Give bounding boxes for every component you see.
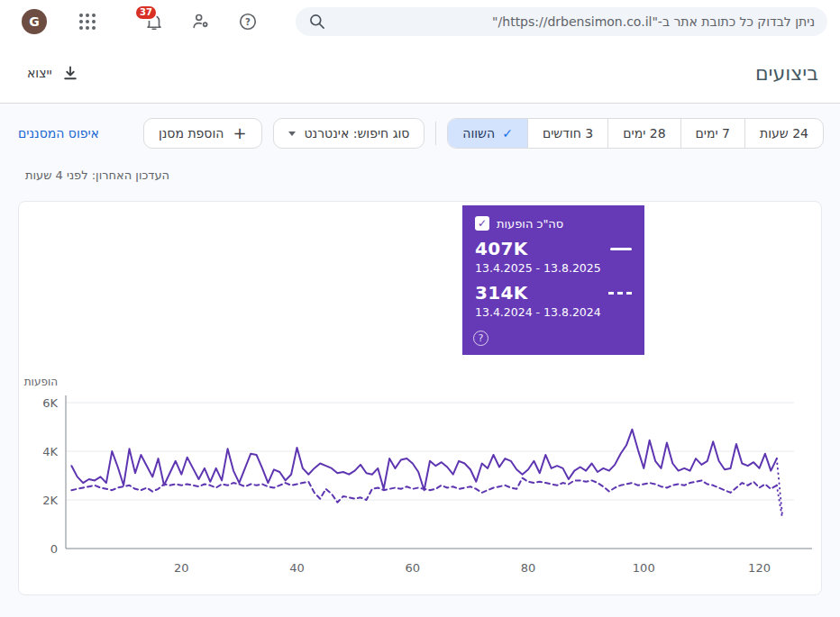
tab-24-hours[interactable]: 24 שעות (744, 119, 823, 148)
previous-total: 314K (475, 282, 527, 304)
add-filter-label: הוספת מסנן (159, 126, 224, 141)
content-area: 24 שעות 7 ימים 28 ימים 3 חודשים ✓ השווה … (0, 104, 840, 617)
tab-3-months[interactable]: 3 חודשים (527, 119, 607, 148)
check-icon: ✓ (502, 126, 513, 141)
chevron-down-icon (288, 132, 296, 136)
tab-compare[interactable]: ✓ השווה (448, 119, 527, 148)
search-placeholder: ניתן לבדוק כל כתובת אתר ב-"https://drben… (492, 14, 815, 29)
tab-compare-label: השווה (462, 126, 495, 141)
search-icon (308, 13, 326, 31)
current-period: 13.4.2025 - 13.8.2025 (475, 261, 632, 275)
filter-toolbar: 24 שעות 7 ימים 28 ימים 3 חודשים ✓ השווה … (0, 104, 840, 149)
impressions-line-chart[interactable]: 02K4K6Kהופעות20406080100120 (19, 371, 821, 591)
search-type-label: סוג חיפוש: אינטרנט (305, 126, 410, 141)
user-settings-icon[interactable] (189, 10, 213, 33)
chart-legend: ✓ סה"כ הופעות 407K 13.4.2025 - 13.8.2025… (462, 205, 644, 355)
legend-entry-current: 407K 13.4.2025 - 13.8.2025 (475, 238, 632, 275)
impressions-chart-card: ✓ סה"כ הופעות 407K 13.4.2025 - 13.8.2025… (18, 201, 822, 595)
last-update-row: העדכון האחרון: לפני 4 שעות (0, 149, 840, 168)
reset-filters-link[interactable]: איפוס המסננים (18, 126, 99, 141)
svg-text:?: ? (245, 17, 251, 27)
tab-28-days[interactable]: 28 ימים (607, 119, 680, 148)
add-filter-button[interactable]: + הוספת מסנן (143, 118, 262, 149)
current-total: 407K (475, 238, 527, 259)
svg-text:120: 120 (748, 561, 771, 575)
export-button[interactable]: ייצוא (27, 64, 79, 82)
page-title: ביצועים (755, 62, 818, 85)
svg-text:0: 0 (50, 542, 58, 556)
svg-text:100: 100 (633, 561, 655, 575)
page-header: ביצועים ייצוא (0, 43, 840, 103)
account-avatar[interactable]: G (22, 9, 47, 34)
svg-text:20: 20 (174, 561, 189, 575)
svg-text:הופעות: הופעות (24, 376, 58, 388)
tab-7-days[interactable]: 7 ימים (680, 119, 744, 148)
toolbar-divider (435, 122, 436, 145)
notifications-bell-icon[interactable]: 37 (142, 10, 166, 33)
url-inspect-search-input[interactable]: ניתן לבדוק כל כתובת אתר ב-"https://drben… (296, 7, 827, 36)
legend-metric-label: סה"כ הופעות (497, 217, 563, 231)
plus-icon: + (233, 125, 246, 141)
solid-line-icon (610, 248, 632, 250)
legend-help-icon[interactable]: ? (473, 331, 488, 346)
svg-text:60: 60 (405, 561, 420, 575)
notification-count-badge: 37 (134, 5, 158, 21)
search-type-dropdown[interactable]: סוג חיפוש: אינטרנט (273, 118, 425, 149)
previous-period: 13.4.2024 - 13.8.2024 (475, 305, 632, 319)
svg-text:4K: 4K (42, 445, 58, 458)
apps-grid-icon[interactable] (76, 10, 99, 33)
svg-text:40: 40 (289, 561, 305, 575)
dashed-line-icon (608, 292, 632, 295)
svg-text:80: 80 (521, 561, 536, 575)
svg-text:2K: 2K (42, 494, 58, 507)
export-label: ייצוא (27, 66, 52, 80)
download-icon (61, 64, 79, 82)
help-icon[interactable]: ? (236, 10, 260, 33)
svg-text:6K: 6K (42, 396, 58, 410)
legend-entry-previous: 314K 13.4.2024 - 13.8.2024 (475, 282, 632, 319)
top-app-bar: ניתן לבדוק כל כתובת אתר ב-"https://drben… (0, 0, 840, 43)
date-range-tabs: 24 שעות 7 ימים 28 ימים 3 חודשים ✓ השווה (447, 118, 824, 149)
total-impressions-checkbox[interactable]: ✓ (475, 216, 489, 231)
last-update-text: העדכון האחרון: לפני 4 שעות (25, 168, 169, 182)
